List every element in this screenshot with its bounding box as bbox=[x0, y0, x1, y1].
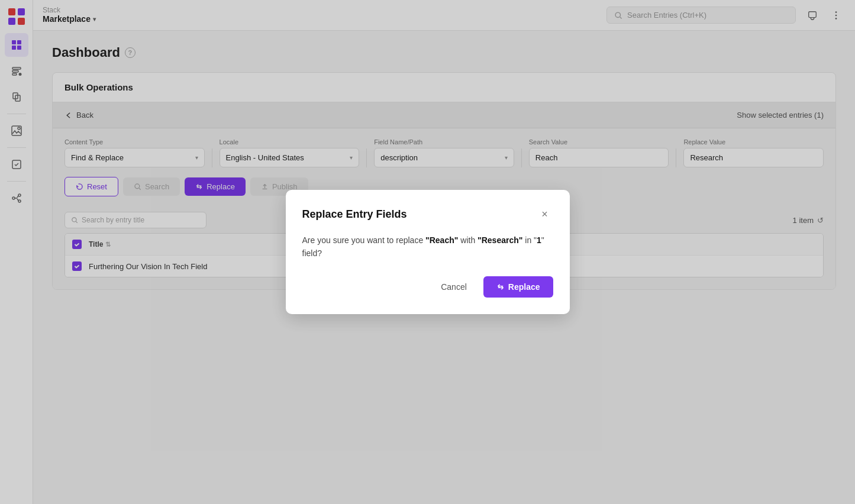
modal-count: 1 bbox=[537, 235, 541, 245]
replace-fields-modal: Replace Entry Fields × Are you sure you … bbox=[286, 190, 570, 315]
modal-replace-term: " bbox=[477, 235, 482, 245]
modal-overlay: Replace Entry Fields × Are you sure you … bbox=[0, 0, 855, 504]
modal-replace-icon bbox=[496, 283, 505, 291]
modal-replace-term-value: Research bbox=[482, 235, 519, 245]
modal-replace-button[interactable]: Replace bbox=[483, 276, 553, 298]
modal-header: Replace Entry Fields × bbox=[302, 206, 553, 223]
modal-search-term: " bbox=[425, 235, 430, 245]
modal-title: Replace Entry Fields bbox=[302, 208, 407, 221]
modal-search-term-value: Reach bbox=[430, 235, 454, 245]
modal-close-button[interactable]: × bbox=[537, 206, 553, 223]
modal-cancel-button[interactable]: Cancel bbox=[431, 277, 476, 296]
modal-body: Are you sure you want to replace "Reach"… bbox=[302, 234, 553, 260]
modal-footer: Cancel Replace bbox=[302, 276, 553, 298]
